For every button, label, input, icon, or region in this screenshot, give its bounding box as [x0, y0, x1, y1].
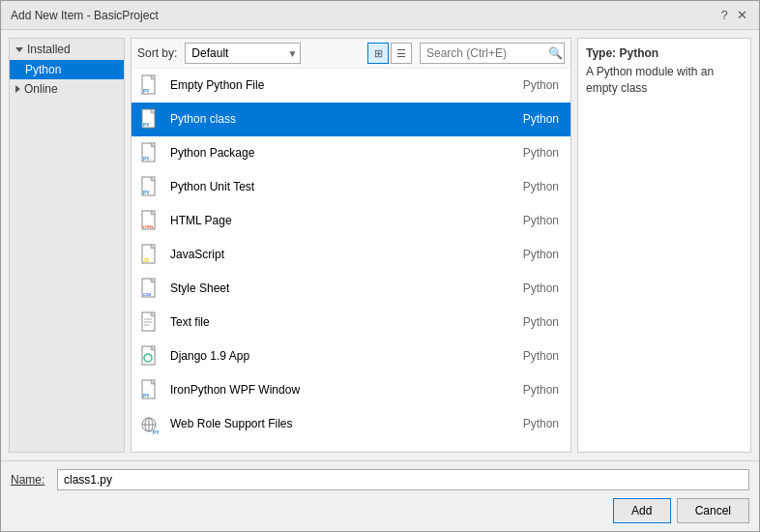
- installed-section: Installed: [10, 39, 124, 60]
- item-category: Python: [523, 383, 559, 397]
- item-name: Web Role Support Files: [170, 417, 515, 430]
- item-category: Python: [523, 349, 559, 363]
- list-icon: ☰: [396, 47, 406, 60]
- search-wrapper: 🔍: [420, 43, 565, 64]
- type-label: Type:: [586, 46, 616, 60]
- bottom-area: Name: Add Cancel: [1, 460, 759, 531]
- center-list-wrapper: PYEmpty Python FilePythonPYPython classP…: [132, 69, 570, 452]
- close-button[interactable]: ✕: [734, 8, 749, 23]
- item-icon: [139, 344, 162, 368]
- item-name: JavaScript: [170, 248, 515, 261]
- list-item[interactable]: PYIronPython WPF WindowPython: [132, 373, 570, 407]
- main-area: Installed Python Online Sort by: Def: [1, 30, 759, 460]
- item-category: Python: [523, 315, 559, 329]
- item-icon: PY: [139, 74, 162, 97]
- sort-select-wrapper: Default ▼: [185, 43, 301, 64]
- item-icon: [139, 310, 162, 334]
- button-row: Add Cancel: [11, 498, 749, 523]
- item-category: Python: [523, 281, 559, 295]
- dialog-body: Installed Python Online Sort by: Def: [1, 30, 759, 531]
- item-list: PYEmpty Python FilePythonPYPython classP…: [132, 69, 570, 452]
- sidebar-item-python[interactable]: Python: [10, 60, 124, 79]
- type-info: Type: Python: [586, 46, 743, 60]
- svg-text:PY: PY: [143, 156, 150, 162]
- item-icon: PY: [139, 141, 162, 164]
- item-name: Text file: [170, 315, 515, 329]
- sidebar-item-online[interactable]: Online: [10, 79, 124, 99]
- list-item[interactable]: PYWeb Role Support FilesPython: [132, 407, 570, 441]
- name-row: Name:: [11, 469, 749, 490]
- grid-icon: ⊞: [374, 47, 383, 60]
- item-name: Empty Python File: [170, 78, 515, 92]
- svg-text:PY: PY: [143, 122, 150, 128]
- item-name: IronPython WPF Window: [170, 383, 515, 397]
- svg-text:PY: PY: [143, 393, 150, 399]
- item-category: Python: [523, 417, 559, 430]
- item-name: HTML Page: [170, 214, 515, 227]
- item-icon: PY: [139, 107, 162, 131]
- item-name: Python class: [170, 112, 515, 126]
- online-expand-icon: [15, 85, 20, 93]
- search-input[interactable]: [420, 43, 565, 64]
- list-item[interactable]: PYPython PackagePython: [132, 136, 570, 170]
- item-icon: CSS: [139, 277, 162, 300]
- dialog: Add New Item - BasicProject ? ✕ Installe…: [0, 0, 760, 532]
- svg-text:CSS: CSS: [143, 292, 152, 297]
- item-name: Python Package: [170, 146, 515, 160]
- item-icon: JS: [139, 243, 162, 266]
- item-category: Python: [523, 78, 559, 92]
- list-item[interactable]: PYEmpty Python FilePython: [132, 69, 570, 103]
- item-icon: HTML: [139, 209, 162, 232]
- item-icon: PY: [139, 378, 162, 401]
- item-icon: PY: [139, 412, 162, 435]
- add-button[interactable]: Add: [613, 498, 671, 523]
- type-value: Python: [619, 46, 658, 60]
- svg-text:PY: PY: [153, 429, 160, 434]
- center-toolbar: Sort by: Default ▼ ⊞ ☰: [132, 39, 570, 69]
- list-item[interactable]: Django 1.9 AppPython: [132, 340, 570, 373]
- item-category: Python: [523, 214, 559, 227]
- type-description: A Python module with an empty class: [586, 64, 743, 97]
- list-view-button[interactable]: ☰: [391, 43, 412, 64]
- installed-label: Installed: [27, 43, 71, 56]
- view-icons: ⊞ ☰: [367, 43, 412, 64]
- center-panel: Sort by: Default ▼ ⊞ ☰: [131, 38, 571, 453]
- item-category: Python: [523, 248, 559, 261]
- list-item[interactable]: HTMLHTML PagePython: [132, 204, 570, 238]
- item-name: Python Unit Test: [170, 180, 515, 193]
- title-bar-title: Add New Item - BasicProject: [11, 9, 159, 22]
- item-name: Django 1.9 App: [170, 349, 515, 363]
- name-label: Name:: [11, 473, 49, 487]
- item-name: Style Sheet: [170, 281, 515, 295]
- list-item[interactable]: PYPython Unit TestPython: [132, 170, 570, 204]
- item-category: Python: [523, 112, 559, 126]
- help-button[interactable]: ?: [716, 8, 732, 23]
- title-bar-buttons: ? ✕: [716, 8, 749, 23]
- right-panel: Type: Python A Python module with an emp…: [577, 38, 751, 453]
- title-bar: Add New Item - BasicProject ? ✕: [1, 1, 759, 30]
- item-category: Python: [523, 146, 559, 160]
- grid-view-button[interactable]: ⊞: [367, 43, 389, 64]
- sort-label: Sort by:: [137, 46, 177, 60]
- list-item[interactable]: Text filePython: [132, 306, 570, 340]
- name-input[interactable]: [57, 469, 749, 490]
- list-item[interactable]: JSJavaScriptPython: [132, 238, 570, 272]
- svg-text:JS: JS: [143, 257, 150, 263]
- list-item[interactable]: PYPython classPython: [132, 103, 570, 136]
- sort-select[interactable]: Default: [185, 43, 301, 64]
- svg-text:PY: PY: [143, 190, 150, 195]
- svg-text:PY: PY: [143, 88, 150, 94]
- list-item[interactable]: CSSStyle SheetPython: [132, 272, 570, 306]
- item-icon: PY: [139, 175, 162, 198]
- search-icon: 🔍: [548, 46, 563, 60]
- item-category: Python: [523, 180, 559, 193]
- left-panel: Installed Python Online: [9, 38, 125, 453]
- cancel-button[interactable]: Cancel: [677, 498, 749, 523]
- svg-text:HTML: HTML: [143, 224, 155, 229]
- installed-expand-icon: [15, 47, 23, 52]
